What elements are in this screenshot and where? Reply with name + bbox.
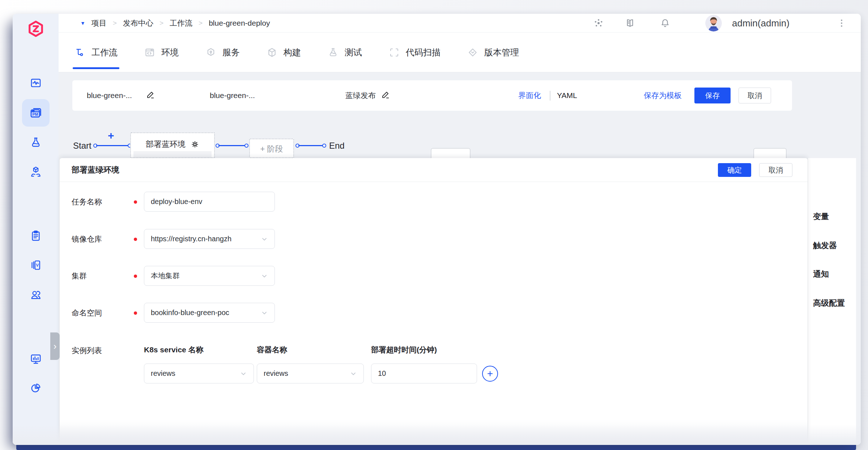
- required-dot: [134, 200, 137, 204]
- pipeline-connector: [93, 144, 132, 148]
- instance-list-label: 实例列表: [72, 345, 102, 356]
- notifications-button[interactable]: [660, 18, 671, 29]
- sidebar-item-tests[interactable]: [26, 132, 46, 153]
- connector-line: [298, 145, 323, 146]
- breadcrumb-workflows[interactable]: 工作流: [170, 18, 192, 28]
- cluster-select[interactable]: 本地集群: [144, 266, 275, 286]
- instance-service-select[interactable]: reviews: [144, 364, 254, 383]
- svg-text:PM: PM: [33, 112, 38, 116]
- chevron-down-icon: [350, 370, 357, 377]
- form-row-registry: 镜像仓库 https://registry.cn-hangzh: [60, 229, 808, 249]
- stage-settings-gear-icon[interactable]: [191, 140, 199, 149]
- select-value: reviews: [264, 369, 288, 378]
- tab-workflows[interactable]: 工作流: [75, 33, 118, 72]
- chevron-right-icon: ›: [54, 341, 57, 352]
- select-value: bookinfo-blue-green-poc: [151, 309, 229, 317]
- user-avatar[interactable]: [705, 15, 722, 31]
- tab-code-scan[interactable]: 代码扫描: [389, 33, 441, 72]
- sidebar-item-projects[interactable]: PM: [22, 99, 50, 127]
- sidebar-item-delivery[interactable]: [26, 162, 46, 182]
- breadcrumb-current-workflow[interactable]: blue-green-deploy: [209, 19, 270, 27]
- version-diamond-icon: [467, 47, 478, 58]
- delivery-box-hands-icon: [30, 166, 42, 178]
- rail-item-triggers[interactable]: 触发器: [813, 240, 837, 251]
- add-stage-label: + 阶段: [260, 144, 283, 154]
- cluster-status-button[interactable]: [593, 18, 604, 29]
- sidebar-expand-handle[interactable]: ›: [50, 332, 60, 360]
- username-label[interactable]: admin(admin): [732, 18, 790, 29]
- test-flask-icon: [328, 47, 339, 58]
- kebab-dot: [841, 22, 842, 24]
- stage-deploy-blue[interactable]: 部署蓝环境: [130, 132, 215, 158]
- left-sidebar: PM: [13, 14, 59, 445]
- tab-label: 版本管理: [484, 47, 519, 58]
- workflow-editor-canvas: blue-green-... blue-green-... 蓝绿发布 界面化 Y…: [59, 72, 861, 445]
- workflow-settings-rail: 变量 触发器 通知 高级配置: [808, 158, 856, 445]
- breadcrumb-projects[interactable]: 项目: [92, 18, 107, 28]
- sidebar-item-insight[interactable]: [26, 349, 46, 369]
- workflow-icon: [75, 47, 85, 58]
- instance-row: reviews reviews: [60, 364, 808, 383]
- form-row-job-name: 任务名称: [60, 192, 808, 212]
- rail-item-notifications[interactable]: 通知: [813, 269, 829, 280]
- more-menu-button[interactable]: [837, 18, 846, 28]
- monitor-pulse-icon: [30, 77, 42, 89]
- job-name-input[interactable]: [144, 192, 275, 212]
- stage-config-panel: 部署蓝绿环境 确定 取消 任务名称 镜像仓库: [60, 158, 808, 445]
- docs-book-icon: [625, 18, 635, 29]
- docs-button[interactable]: [625, 18, 635, 29]
- tab-tests[interactable]: 测试: [328, 33, 362, 72]
- registry-select[interactable]: https://registry.cn-hangzh: [144, 229, 275, 249]
- workflow-display-name: 蓝绿发布: [345, 80, 376, 111]
- field-label: 集群: [72, 266, 87, 286]
- cancel-button[interactable]: 取消: [739, 88, 771, 103]
- breadcrumb: ▼ 项目 > 发布中心 > 工作流 > blue-green-deploy: [80, 14, 270, 33]
- stage-name-label: 部署蓝环境: [146, 139, 186, 150]
- main-area: ▼ 项目 > 发布中心 > 工作流 > blue-green-deploy: [59, 14, 861, 445]
- instance-container-select[interactable]: reviews: [257, 364, 364, 383]
- instance-timeout-input[interactable]: [371, 364, 477, 383]
- edit-pencil-icon[interactable]: [380, 90, 391, 101]
- view-mode-ui-toggle[interactable]: 界面化: [518, 80, 541, 111]
- connector-line: [96, 145, 129, 146]
- version-cards-icon: V: [30, 259, 42, 271]
- add-stage-plus-button[interactable]: +: [108, 130, 114, 142]
- pipeline-connector: [216, 144, 248, 148]
- panel-cancel-button[interactable]: 取消: [759, 163, 792, 177]
- field-label: 命名空间: [72, 303, 102, 323]
- sidebar-item-status[interactable]: [26, 73, 46, 93]
- sidebar-item-versions[interactable]: V: [26, 255, 46, 275]
- tab-services[interactable]: 服务: [205, 33, 240, 72]
- breadcrumb-separator: >: [159, 19, 163, 27]
- add-instance-button[interactable]: +: [482, 366, 498, 382]
- project-dropdown-caret[interactable]: ▼: [80, 20, 85, 26]
- flask-icon: [30, 136, 42, 149]
- sidebar-item-reports[interactable]: [26, 378, 46, 398]
- app-window: PM: [13, 14, 861, 445]
- sidebar-item-audit[interactable]: [26, 226, 46, 246]
- breadcrumb-release-center[interactable]: 发布中心: [123, 18, 153, 28]
- workflow-key-text: blue-green-...: [87, 80, 132, 111]
- panel-bottom-fade: [60, 420, 808, 445]
- workflow-editor-header: blue-green-... blue-green-... 蓝绿发布 界面化 Y…: [72, 80, 792, 111]
- zadig-logo[interactable]: [27, 20, 44, 38]
- edit-pencil-icon[interactable]: [145, 90, 156, 101]
- namespace-select[interactable]: bookinfo-blue-green-poc: [144, 303, 275, 323]
- chevron-down-icon: [240, 370, 247, 377]
- tab-version-management[interactable]: 版本管理: [467, 33, 519, 72]
- save-button[interactable]: 保存: [694, 88, 731, 103]
- rail-item-variables[interactable]: 变量: [813, 211, 829, 222]
- confirm-button[interactable]: 确定: [718, 163, 751, 177]
- breadcrumb-separator: >: [199, 19, 203, 27]
- sidebar-item-users[interactable]: [26, 285, 46, 305]
- instance-col-service: K8s service 名称: [144, 345, 204, 355]
- project-tabbar: 工作流 环境 服务 构建: [59, 33, 861, 72]
- add-stage-placeholder[interactable]: + 阶段: [249, 139, 294, 158]
- rail-item-advanced[interactable]: 高级配置: [813, 298, 845, 309]
- save-as-template-link[interactable]: 保存为模板: [644, 80, 682, 111]
- tab-builds[interactable]: 构建: [267, 33, 301, 72]
- environment-icon: [144, 47, 155, 58]
- view-mode-yaml-toggle[interactable]: YAML: [557, 80, 577, 111]
- tab-environments[interactable]: 环境: [144, 33, 179, 72]
- stage-job-list-preview: [133, 151, 212, 157]
